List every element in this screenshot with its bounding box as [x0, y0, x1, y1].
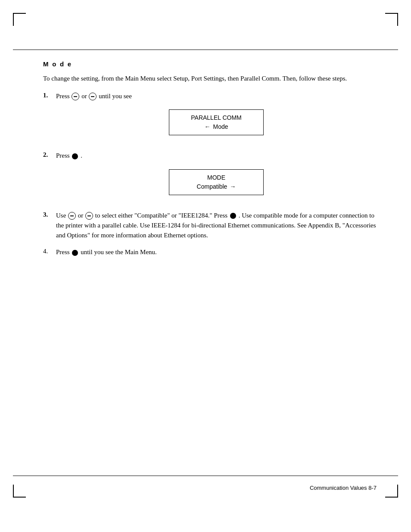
step-3-content: Use or to select either "Compatible" or …: [56, 211, 377, 241]
step-2-number: 2.: [43, 151, 56, 159]
bullet-button-2[interactable]: [72, 153, 78, 159]
step-2-compatible: Compatible: [197, 182, 227, 191]
footer-text: Communication Values 8-7: [310, 485, 377, 491]
content-area: M o d e To change the setting, from the …: [43, 60, 377, 264]
minus-button-1a[interactable]: [72, 93, 79, 100]
step-3: 3. Use or to select either "Compatible" …: [43, 211, 377, 241]
step-1-content: Press or until you see PARALLEL COMM ← M…: [56, 91, 377, 144]
step-2-content: Press . MODE Compatible →: [56, 151, 377, 204]
step-1-display-mode: Mode: [213, 122, 228, 131]
step-1-display-line2: ← Mode: [182, 122, 250, 131]
step-2: 2. Press . MODE Compatible →: [43, 151, 377, 204]
step-3-or: or: [78, 212, 85, 219]
step-3-text3: to select either "Compatible" or "IEEE12…: [95, 212, 229, 219]
page: M o d e To change the setting, from the …: [0, 0, 411, 532]
step-4-press-label: Press: [56, 249, 71, 255]
minus-button-1b[interactable]: [89, 93, 97, 100]
step-2-display-row: MODE Compatible →: [56, 165, 377, 199]
section-title: M o d e: [43, 60, 377, 68]
bullet-button-4[interactable]: [72, 250, 78, 256]
step-1-or: or: [81, 93, 88, 100]
step-1: 1. Press or until you see PARALLEL COMM …: [43, 91, 377, 144]
step-2-display-line1: MODE: [182, 173, 250, 182]
step-2-display-box: MODE Compatible →: [169, 169, 264, 195]
minus-button-3a[interactable]: [68, 212, 76, 220]
step-4-number: 4.: [43, 247, 56, 255]
corner-mark-tr: [385, 13, 398, 26]
step-1-press-label: Press: [56, 93, 71, 100]
step-2-display-line2: Compatible →: [182, 182, 250, 191]
step-2-period: .: [81, 152, 82, 159]
corner-mark-bl: [13, 485, 26, 498]
step-1-number: 1.: [43, 91, 56, 99]
step-4: 4. Press until you see the Main Menu.: [43, 247, 377, 257]
step-2-press-label: Press: [56, 152, 71, 159]
step-3-use: Use: [56, 212, 68, 219]
step-1-display-row: PARALLEL COMM ← Mode: [56, 105, 377, 140]
step-3-number: 3.: [43, 211, 56, 218]
step-4-text-after: until you see the Main Menu.: [81, 249, 157, 255]
hline-bottom: [13, 476, 398, 476]
corner-mark-tl: [13, 13, 26, 26]
step-2-arrow: →: [230, 182, 236, 191]
hline-top: [13, 50, 398, 50]
bullet-button-3[interactable]: [230, 213, 236, 219]
corner-mark-br: [385, 485, 398, 498]
step-1-until: until you see: [99, 93, 132, 100]
step-1-display-line1: PARALLEL COMM: [182, 113, 250, 122]
intro-text: To change the setting, from the Main Men…: [43, 74, 377, 84]
step-4-content: Press until you see the Main Menu.: [56, 247, 377, 257]
minus-button-3b[interactable]: [85, 212, 93, 220]
step-1-arrow: ←: [204, 122, 210, 131]
step-1-display-box: PARALLEL COMM ← Mode: [169, 109, 264, 135]
